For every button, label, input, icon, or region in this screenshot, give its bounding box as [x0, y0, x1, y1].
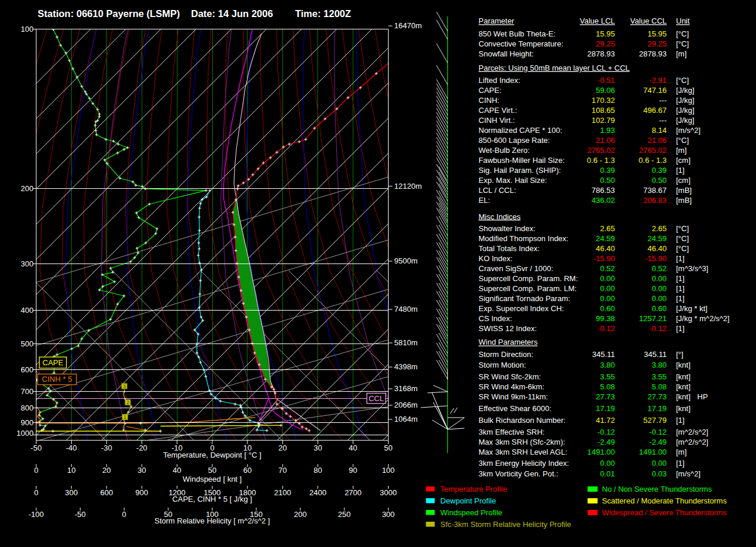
svg-text:80: 80: [313, 466, 322, 475]
svg-text:900: 900: [135, 488, 148, 497]
svg-text:Wind Parameters: Wind Parameters: [479, 338, 538, 346]
svg-text:Value CCL: Value CCL: [630, 16, 667, 25]
svg-text:2700: 2700: [344, 488, 362, 497]
svg-text:-15.90: -15.90: [593, 254, 615, 263]
svg-text:300: 300: [21, 259, 34, 268]
svg-text:300: 300: [382, 510, 395, 519]
svg-text:46.40: 46.40: [596, 244, 615, 253]
svg-text:SWISS 12 Index:: SWISS 12 Index:: [479, 324, 537, 333]
svg-text:-2.91: -2.91: [649, 76, 667, 85]
svg-text:-0.12: -0.12: [597, 428, 615, 436]
svg-text:100: 100: [21, 25, 34, 34]
svg-text:5810m: 5810m: [394, 338, 418, 347]
svg-text:Value LCL: Value LCL: [580, 16, 615, 25]
svg-text:[mB]: [mB]: [676, 186, 692, 195]
svg-text:[J/kg]: [J/kg]: [676, 96, 694, 105]
svg-text:24.59: 24.59: [596, 234, 615, 243]
svg-text:Storm Motion:: Storm Motion:: [479, 361, 526, 369]
svg-text:1: 1: [123, 414, 126, 420]
svg-text:99.38: 99.38: [596, 314, 615, 323]
svg-text:0.52: 0.52: [652, 264, 667, 273]
svg-text:15.95: 15.95: [647, 29, 667, 38]
svg-text:[°]: [°]: [676, 350, 683, 359]
svg-text:800: 800: [21, 403, 34, 412]
svg-text:Max 3km SRH Level AGL:: Max 3km SRH Level AGL:: [479, 448, 567, 456]
svg-text:[J/kg]: [J/kg]: [676, 106, 694, 115]
svg-text:CINH * 5: CINH * 5: [42, 375, 72, 383]
svg-text:738.67: 738.67: [643, 186, 667, 195]
svg-text:[m/s^2]: [m/s^2]: [676, 126, 701, 135]
svg-text:0.00: 0.00: [600, 459, 615, 468]
svg-text:CAPE:: CAPE:: [479, 86, 501, 95]
svg-text:[°C]: [°C]: [676, 29, 689, 38]
svg-text:1064m: 1064m: [394, 415, 418, 423]
svg-text:29.25: 29.25: [647, 39, 667, 48]
svg-text:EL:: EL:: [479, 196, 490, 205]
svg-text:-2.49: -2.49: [597, 438, 615, 446]
svg-text:Sig. Hail Param. (SHIP):: Sig. Hail Param. (SHIP):: [479, 166, 561, 175]
svg-text:SR Wind 4km-6km:: SR Wind 4km-6km:: [479, 382, 544, 391]
svg-text:20: 20: [102, 466, 111, 475]
svg-text:700: 700: [21, 387, 34, 396]
svg-text:Temperature, Dewpoint [ °C ]: Temperature, Dewpoint [ °C ]: [163, 451, 261, 459]
svg-text:900: 900: [21, 418, 34, 427]
svg-text:0.00: 0.00: [652, 294, 667, 303]
svg-text:CINH:: CINH:: [479, 96, 499, 105]
svg-text:[mB]: [mB]: [676, 196, 692, 205]
svg-text:CAPE, CINH * 5 [ J/kg ]: CAPE, CINH * 5 [ J/kg ]: [172, 495, 252, 503]
svg-text:KO Index:: KO Index:: [479, 254, 513, 263]
svg-text:2765.02: 2765.02: [587, 146, 615, 155]
svg-text:2878.93: 2878.93: [639, 49, 667, 58]
svg-text:200: 200: [294, 510, 307, 519]
svg-text:41.72: 41.72: [596, 416, 615, 425]
svg-text:[J/kg]: [J/kg]: [676, 86, 694, 95]
svg-text:LCL / CCL:: LCL / CCL:: [479, 186, 516, 195]
svg-text:Modified Thompson Index:: Modified Thompson Index:: [479, 234, 568, 243]
svg-text:90: 90: [349, 466, 357, 475]
svg-text:Effective Shear 6000:: Effective Shear 6000:: [479, 404, 551, 413]
svg-text:0.60: 0.60: [600, 304, 615, 313]
svg-text:400: 400: [21, 306, 34, 315]
svg-text:3km Effective SRH:: 3km Effective SRH:: [479, 428, 544, 436]
svg-text:-15.90: -15.90: [645, 254, 667, 263]
svg-text:[°C]: [°C]: [676, 244, 689, 253]
svg-text:5.08: 5.08: [652, 382, 667, 391]
svg-text:21.06: 21.06: [596, 136, 615, 145]
svg-text:Convective Temperature:: Convective Temperature:: [479, 39, 563, 48]
svg-text:[°C]: [°C]: [676, 224, 689, 233]
svg-text:3: 3: [123, 383, 126, 389]
svg-text:2.65: 2.65: [652, 224, 667, 233]
svg-text:CAPE Virt.:: CAPE Virt.:: [479, 106, 517, 115]
svg-text:850 Wet Bulb Theta-E:: 850 Wet Bulb Theta-E:: [479, 29, 556, 38]
svg-text:[knt]: [knt]: [676, 392, 691, 401]
svg-text:40: 40: [349, 443, 357, 452]
svg-text:[knt]: [knt]: [676, 382, 691, 391]
svg-text:40: 40: [173, 466, 181, 475]
svg-text:-20: -20: [136, 443, 148, 452]
svg-text:2765.02: 2765.02: [639, 146, 667, 155]
svg-text:Parcels: Using 50mB mean layer: Parcels: Using 50mB mean layer LCL + CCL: [479, 64, 630, 72]
svg-text:Significant Tornado Param:: Significant Tornado Param:: [479, 294, 570, 303]
svg-text:1.93: 1.93: [600, 126, 615, 135]
svg-text:786.53: 786.53: [591, 186, 615, 195]
svg-text:Normalized CAPE * 100:: Normalized CAPE * 100:: [479, 126, 562, 135]
svg-text:Exp. Supercell Index CH:: Exp. Supercell Index CH:: [479, 304, 564, 313]
svg-text:0.50: 0.50: [652, 176, 667, 185]
svg-text:345.11: 345.11: [644, 350, 667, 359]
svg-text:[m^2/s^2]: [m^2/s^2]: [676, 428, 708, 436]
svg-text:SR Wind Sfc-2km:: SR Wind Sfc-2km:: [479, 372, 541, 381]
svg-text:9500m: 9500m: [394, 256, 418, 265]
svg-text:600: 600: [21, 365, 34, 374]
svg-text:8.14: 8.14: [652, 126, 667, 135]
svg-text:[1]: [1]: [676, 254, 684, 263]
svg-text:[J/kg * m^2/s^2]: [J/kg * m^2/s^2]: [676, 314, 730, 323]
svg-text:0.03: 0.03: [652, 469, 667, 478]
svg-text:[1]: [1]: [676, 416, 684, 425]
svg-text:0.01: 0.01: [600, 469, 615, 478]
svg-text:50: 50: [384, 443, 392, 452]
svg-text:0.60: 0.60: [652, 304, 667, 313]
svg-text:20: 20: [279, 443, 287, 452]
svg-text:0.52: 0.52: [600, 264, 615, 273]
svg-text:2: 2: [126, 399, 129, 405]
svg-text:345.11: 345.11: [592, 350, 615, 359]
